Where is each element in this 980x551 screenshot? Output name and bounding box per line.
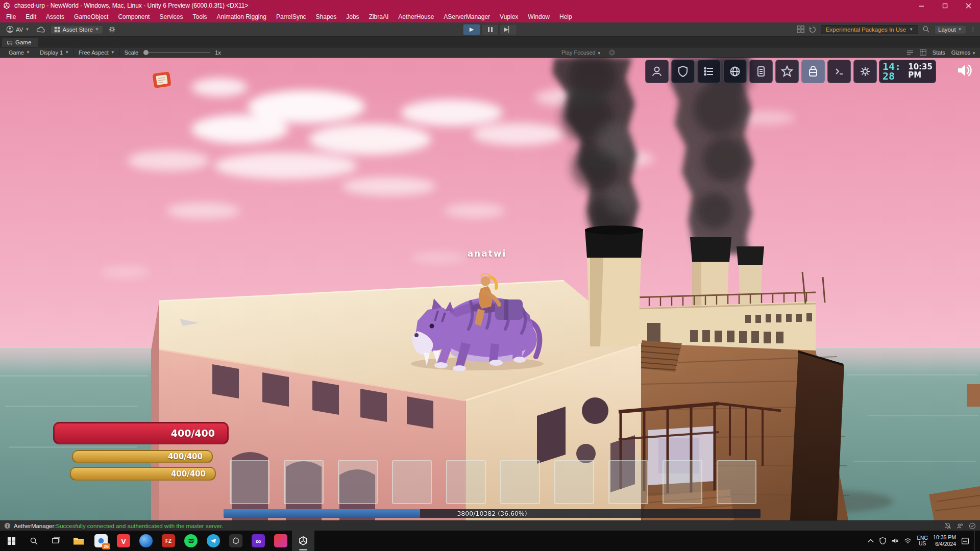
mute-bell-icon[interactable]: [944, 522, 951, 530]
game-viewport[interactable]: anatwi 14:28 10:35PM 400/400 400/: [0, 58, 980, 520]
layout-label: Layout: [938, 27, 956, 33]
pause-button[interactable]: [481, 24, 499, 35]
menu-tools[interactable]: Tools: [192, 13, 207, 20]
skills-button[interactable]: [775, 60, 799, 83]
services-button[interactable]: [106, 24, 118, 34]
editor-status-bar[interactable]: AetherManager:Succesfully connected and …: [0, 520, 980, 531]
close-button[interactable]: [957, 0, 980, 11]
scale-control: Scale 1x: [120, 47, 226, 57]
menu-vuplex[interactable]: Vuplex: [500, 13, 518, 20]
stats-toggle[interactable]: Stats: [933, 49, 945, 56]
metrics-icon[interactable]: [920, 49, 926, 56]
hotbar-slot[interactable]: [338, 460, 378, 504]
hotbar-slot[interactable]: [608, 460, 648, 504]
volume-icon[interactable]: [955, 62, 974, 79]
kebab-menu-icon[interactable]: ⋮: [970, 26, 976, 33]
maximize-button[interactable]: [933, 0, 957, 11]
unity-hub-button[interactable]: [225, 531, 247, 551]
star-icon: [780, 65, 794, 78]
vsync-icon[interactable]: [906, 49, 914, 56]
account-icon: [6, 26, 14, 33]
menu-shapes[interactable]: Shapes: [316, 13, 337, 20]
language-indicator[interactable]: ENGUS: [917, 535, 928, 547]
taskbar-clock[interactable]: 10:35 PM6/4/2024: [933, 534, 956, 547]
experimental-packages-dropdown[interactable]: Experimental Packages In Use▼: [821, 25, 918, 34]
menu-component[interactable]: Component: [118, 13, 150, 20]
hotbar-slot[interactable]: [230, 460, 270, 504]
folder-icon: [72, 536, 85, 546]
hotbar-slot[interactable]: [717, 460, 756, 504]
menu-aetherhouse[interactable]: AetherHouse: [398, 13, 434, 20]
menu-animation-rigging[interactable]: Animation Rigging: [216, 13, 266, 20]
minimize-button[interactable]: [910, 0, 933, 11]
inventory-button[interactable]: [801, 60, 825, 83]
gizmos-dropdown[interactable]: Gizmos ▼: [951, 49, 976, 56]
xp-text: 3800/10382 (36.60%): [224, 509, 761, 518]
menu-aservermanager[interactable]: AServerManager: [444, 13, 490, 20]
settings-button[interactable]: [853, 60, 877, 83]
browser-button[interactable]: [135, 531, 157, 551]
unity-editor-button[interactable]: [292, 531, 314, 551]
taskbar-search-button[interactable]: [22, 531, 45, 551]
menu-parrelsync[interactable]: ParrelSync: [276, 13, 306, 20]
hotbar-slot[interactable]: [500, 460, 540, 504]
quests-button[interactable]: [697, 60, 721, 83]
menu-gameobject[interactable]: GameObject: [74, 13, 108, 20]
book-button[interactable]: [151, 69, 173, 90]
character-button[interactable]: [645, 60, 669, 83]
spotify-button[interactable]: [180, 531, 202, 551]
start-button[interactable]: [0, 531, 22, 551]
activity-icon[interactable]: [969, 522, 976, 530]
mail-app-button[interactable]: 26: [90, 531, 112, 551]
hotbar-slot[interactable]: [446, 460, 486, 504]
menu-edit[interactable]: Edit: [26, 13, 36, 20]
menu-services[interactable]: Services: [159, 13, 183, 20]
menu-file[interactable]: File: [6, 13, 16, 20]
vivaldi-button[interactable]: V: [112, 531, 135, 551]
show-desktop-button[interactable]: [974, 531, 977, 551]
hidden-icons-chevron[interactable]: [867, 538, 874, 543]
cloud-button[interactable]: [34, 25, 47, 34]
hotbar-slot[interactable]: [392, 460, 432, 504]
visual-studio-button[interactable]: ∞: [247, 531, 270, 551]
browser-icon: [139, 534, 153, 547]
layers-icon[interactable]: [797, 26, 804, 33]
notification-center-icon[interactable]: [961, 537, 969, 545]
mute-audio-icon[interactable]: [608, 49, 616, 56]
display-dropdown[interactable]: Display 1▼: [35, 47, 74, 57]
journal-button[interactable]: [749, 60, 773, 83]
file-explorer-button[interactable]: [67, 531, 90, 551]
task-view-button[interactable]: [45, 531, 67, 551]
menu-help[interactable]: Help: [559, 13, 572, 20]
console-button[interactable]: [827, 60, 851, 83]
hotbar-slot[interactable]: [663, 460, 702, 504]
menu-assets[interactable]: Assets: [46, 13, 64, 20]
hotbar-slot[interactable]: [284, 460, 324, 504]
step-button[interactable]: ▶▏: [500, 24, 517, 35]
network-icon[interactable]: [904, 538, 912, 544]
world-map-button[interactable]: [723, 60, 747, 83]
scale-slider-knob[interactable]: [143, 50, 149, 55]
telegram-button[interactable]: [202, 531, 225, 551]
layout-dropdown[interactable]: Layout▼: [934, 25, 966, 34]
account-menu[interactable]: AV▼: [4, 24, 31, 34]
filezilla-button[interactable]: FZ: [157, 531, 180, 551]
volume-muted-icon[interactable]: [891, 537, 899, 544]
menu-window[interactable]: Window: [528, 13, 550, 20]
scale-slider[interactable]: [143, 52, 210, 53]
asset-store-button[interactable]: Asset Store▼: [50, 25, 103, 34]
game-target-dropdown[interactable]: Game▼: [4, 47, 35, 57]
history-icon[interactable]: [808, 26, 817, 34]
search-icon[interactable]: [922, 26, 930, 33]
play-focused-dropdown[interactable]: Play Focused ▼: [561, 49, 601, 56]
menu-jobs[interactable]: Jobs: [346, 13, 359, 20]
menu-zibraai[interactable]: ZibraAI: [369, 13, 389, 20]
rider-button[interactable]: [270, 531, 292, 551]
equipment-button[interactable]: [671, 60, 695, 83]
hotbar-slot[interactable]: [554, 460, 594, 504]
tab-game[interactable]: Game: [2, 38, 38, 47]
security-shield-icon[interactable]: [879, 537, 886, 544]
aspect-dropdown[interactable]: Free Aspect▼: [74, 47, 120, 57]
collab-icon[interactable]: [957, 522, 964, 530]
play-button[interactable]: ▶: [463, 24, 480, 35]
